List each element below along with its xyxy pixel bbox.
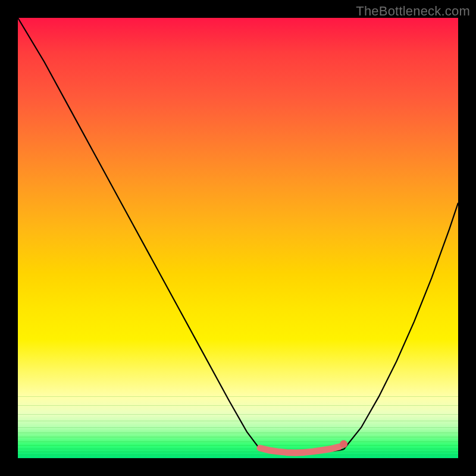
chart-svg: [18, 18, 458, 458]
highlight-segment: [260, 447, 339, 453]
highlight-dot: [340, 440, 347, 448]
right-curve: [344, 203, 458, 449]
watermark-text: TheBottleneck.com: [356, 4, 470, 19]
chart-stage: TheBottleneck.com: [0, 0, 476, 476]
plot-area: [18, 18, 458, 458]
left-curve: [18, 18, 260, 449]
